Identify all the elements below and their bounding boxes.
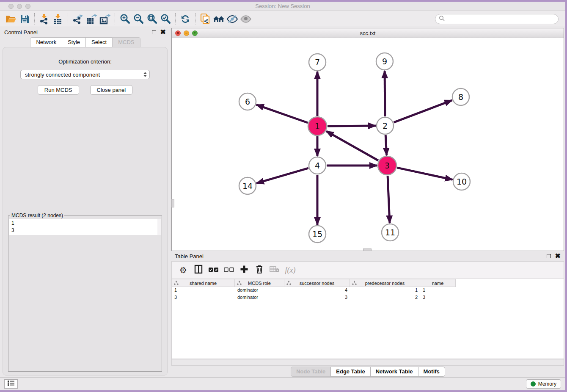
graph-node-14[interactable]: 14 xyxy=(239,177,256,194)
graph-edge-3-10[interactable] xyxy=(397,168,453,179)
tab-select[interactable]: Select xyxy=(85,37,113,47)
table-cell[interactable]: dominator xyxy=(235,294,284,301)
close-table-panel-icon[interactable]: ✖ xyxy=(555,254,561,258)
deselect-all-columns-button[interactable] xyxy=(223,264,235,276)
network-canvas[interactable]: 7968124314101511 xyxy=(172,38,564,251)
export-image-button[interactable] xyxy=(98,13,112,25)
memory-label: Memory xyxy=(538,381,556,387)
graph-node-9[interactable]: 9 xyxy=(376,53,393,70)
zoom-in-button[interactable] xyxy=(118,13,132,25)
app-title: Session: New Session xyxy=(0,3,565,9)
close-panel-button[interactable]: Close panel xyxy=(90,85,133,95)
copy-network-view-button[interactable] xyxy=(198,13,212,25)
network-graph[interactable]: 7968124314101511 xyxy=(172,38,564,250)
graph-node-10[interactable]: 10 xyxy=(453,173,470,190)
table-cell[interactable]: 1 xyxy=(172,287,235,294)
column-header-3[interactable]: predecessor nodes xyxy=(350,279,420,287)
fx-icon: f(x) xyxy=(285,266,296,275)
tab-network-table[interactable]: Network Table xyxy=(370,367,418,377)
add-column-button[interactable] xyxy=(238,264,250,276)
tab-mcds[interactable]: MCDS xyxy=(112,37,140,47)
graph-edge-2-3[interactable] xyxy=(385,135,387,155)
close-panel-icon[interactable]: ✖ xyxy=(160,30,166,34)
open-session-button[interactable] xyxy=(4,13,18,25)
graph-node-7[interactable]: 7 xyxy=(309,54,326,71)
import-table-button[interactable] xyxy=(51,13,65,25)
graph-edge-4-14[interactable] xyxy=(256,168,308,183)
graph-edge-2-8[interactable] xyxy=(394,100,452,122)
graph-node-1[interactable]: 1 xyxy=(308,117,327,135)
table-cell[interactable]: 4 xyxy=(284,287,350,294)
float-table-panel-icon[interactable] xyxy=(547,254,551,258)
graph-node-3[interactable]: 3 xyxy=(378,156,396,175)
zoom-out-button[interactable] xyxy=(132,13,145,25)
tab-network[interactable]: Network xyxy=(30,37,62,47)
tab-motifs[interactable]: Motifs xyxy=(418,367,445,377)
mcds-result-text[interactable]: 1 3 xyxy=(9,219,161,235)
table-cell[interactable]: 1 xyxy=(350,287,420,294)
table-cell[interactable]: 3 xyxy=(284,294,350,301)
floppy-disk-icon xyxy=(20,14,29,24)
table-cell[interactable]: 3 xyxy=(420,294,456,301)
table-header-row: shared nameMCDS rolesuccessor nodesprede… xyxy=(172,279,564,287)
delete-table-button[interactable] xyxy=(268,264,281,276)
split-view-button[interactable] xyxy=(192,264,205,276)
table-row[interactable]: 1dominator411 xyxy=(172,287,564,294)
search-box[interactable] xyxy=(435,14,559,24)
network-minimize-button[interactable]: − xyxy=(184,30,189,36)
graph-node-11[interactable]: 11 xyxy=(382,224,399,241)
splitter-handle-bottom[interactable] xyxy=(363,248,372,251)
table-cell[interactable]: dominator xyxy=(235,287,284,294)
function-builder-button[interactable]: f(x) xyxy=(284,264,296,276)
network-maximize-button[interactable]: + xyxy=(192,30,198,36)
graph-edge-3-1[interactable] xyxy=(326,131,378,160)
export-table-button[interactable] xyxy=(85,13,98,25)
import-network-button[interactable] xyxy=(38,13,51,25)
search-input[interactable] xyxy=(447,16,555,22)
task-history-button[interactable] xyxy=(4,379,18,389)
zoom-out-icon xyxy=(133,14,144,25)
graph-edge-2-9[interactable] xyxy=(385,71,385,116)
zoom-fit-button[interactable] xyxy=(145,13,159,25)
graph-node-2[interactable]: 2 xyxy=(377,117,394,134)
float-panel-icon[interactable] xyxy=(152,30,156,34)
refresh-layout-button[interactable] xyxy=(179,13,192,25)
graph-node-15[interactable]: 15 xyxy=(309,226,326,243)
memory-button[interactable]: Memory xyxy=(526,379,561,389)
run-mcds-button[interactable]: Run MCDS xyxy=(38,85,79,95)
select-all-columns-button[interactable] xyxy=(207,264,220,276)
zoom-selected-button[interactable] xyxy=(159,13,172,25)
graph-edge-1-2[interactable] xyxy=(328,126,376,126)
graph-node-4[interactable]: 4 xyxy=(309,157,326,174)
save-session-button[interactable] xyxy=(18,13,31,25)
mcds-result-group: MCDS result (2 nodes) 1 3 xyxy=(8,213,162,372)
show-all-button[interactable] xyxy=(239,13,253,25)
column-tree-icon xyxy=(352,281,357,285)
table-body: 1dominator4113dominator323 xyxy=(172,287,564,301)
reset-layout-button[interactable] xyxy=(212,13,226,25)
svg-text:7: 7 xyxy=(315,58,320,67)
export-image-icon xyxy=(99,14,110,25)
column-header-2[interactable]: successor nodes xyxy=(284,279,350,287)
splitter-handle-left[interactable] xyxy=(171,199,174,207)
graph-node-6[interactable]: 6 xyxy=(239,93,256,110)
network-close-button[interactable]: ✕ xyxy=(175,30,181,36)
graph-node-8[interactable]: 8 xyxy=(452,88,469,105)
column-header-0[interactable]: shared name xyxy=(172,279,235,287)
graph-edge-1-6[interactable] xyxy=(256,105,308,123)
hide-selected-button[interactable] xyxy=(226,13,239,25)
table-cell[interactable]: 3 xyxy=(172,294,235,301)
criterion-select[interactable]: strongly connected component xyxy=(20,70,150,79)
table-row[interactable]: 3dominator323 xyxy=(172,294,564,301)
column-header-1[interactable]: MCDS role xyxy=(235,279,284,287)
delete-column-button[interactable] xyxy=(253,264,266,276)
table-cell[interactable]: 1 xyxy=(420,287,456,294)
tab-node-table[interactable]: Node Table xyxy=(291,367,331,377)
export-network-button[interactable] xyxy=(71,13,85,25)
tab-style[interactable]: Style xyxy=(62,37,86,47)
table-cell[interactable]: 2 xyxy=(350,294,420,301)
tab-edge-table[interactable]: Edge Table xyxy=(330,367,370,377)
graph-edge-3-11[interactable] xyxy=(388,176,390,223)
table-settings-button[interactable]: ⚙ xyxy=(177,264,190,276)
column-header-4[interactable]: name xyxy=(420,279,456,287)
